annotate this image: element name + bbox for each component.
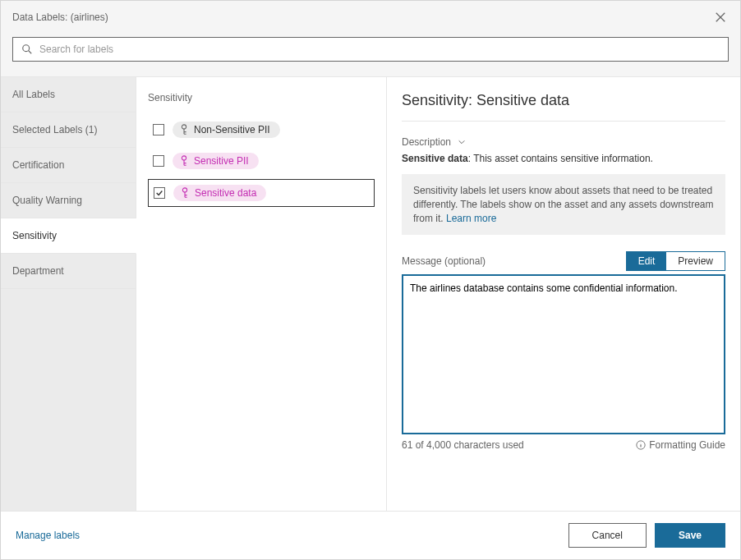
description-label: Description: [402, 136, 451, 148]
checkbox-sensitive-pii[interactable]: [153, 155, 164, 167]
sidebar-item-selected-labels[interactable]: Selected Labels (1): [1, 112, 136, 148]
description-body: : This asset contains sensitive informat…: [468, 153, 653, 164]
sidebar-item-department[interactable]: Department: [1, 254, 136, 289]
svg-point-2: [182, 156, 186, 160]
label-list-heading: Sensitivity: [148, 92, 375, 103]
search-input[interactable]: [39, 44, 720, 55]
dialog-footer: Manage labels Cancel Save: [1, 511, 740, 559]
label-pill-sensitive-data[interactable]: Sensitive data: [173, 185, 266, 201]
label-text: Sensitive PII: [194, 155, 249, 167]
key-icon: [179, 155, 189, 167]
titlebar: Data Labels: (airlines): [1, 1, 740, 29]
dialog-title: Data Labels: (airlines): [12, 11, 108, 23]
sidebar-item-quality-warning[interactable]: Quality Warning: [1, 183, 136, 218]
formatting-guide-link[interactable]: Formatting Guide: [636, 439, 725, 451]
message-textarea[interactable]: [402, 274, 725, 434]
detail-panel: Sensitivity: Sensitive data Description …: [387, 77, 740, 511]
info-icon: [636, 440, 646, 450]
edit-preview-toggle: Edit Preview: [626, 251, 725, 271]
info-box: Sensitivity labels let users know about …: [402, 174, 725, 235]
svg-point-0: [23, 45, 30, 52]
label-row-sensitive-pii[interactable]: Sensitive PII: [148, 148, 375, 174]
search-icon: [21, 44, 33, 55]
cancel-button[interactable]: Cancel: [568, 523, 647, 548]
checkbox-non-sensitive-pii[interactable]: [153, 124, 164, 135]
checkbox-sensitive-data[interactable]: [154, 187, 165, 199]
description-toggle[interactable]: Description: [402, 136, 725, 148]
label-text: Non-Sensitive PII: [194, 124, 270, 135]
sidebar-item-certification[interactable]: Certification: [1, 148, 136, 183]
sidebar-item-sensitivity[interactable]: Sensitivity: [1, 218, 136, 254]
label-list-panel: Sensitivity Non-Sensitive PII Sensitive …: [136, 77, 387, 511]
chevron-down-icon: [458, 138, 466, 146]
description-name: Sensitive data: [402, 153, 468, 164]
close-icon: [715, 11, 726, 23]
message-header: Message (optional) Edit Preview: [402, 251, 725, 271]
search-bar[interactable]: [12, 37, 729, 62]
sidebar: All Labels Selected Labels (1) Certifica…: [1, 77, 136, 511]
svg-point-1: [182, 125, 186, 129]
message-footer: 61 of 4,000 characters used Formatting G…: [402, 439, 725, 451]
check-icon: [155, 189, 163, 197]
key-icon: [179, 124, 189, 135]
key-icon: [180, 187, 190, 199]
label-row-sensitive-data[interactable]: Sensitive data: [148, 179, 375, 207]
char-count: 61 of 4,000 characters used: [402, 439, 524, 451]
sidebar-item-all-labels[interactable]: All Labels: [1, 77, 136, 112]
search-bar-container: [1, 29, 740, 77]
description-text: Sensitive data: This asset contains sens…: [402, 153, 725, 164]
label-row-non-sensitive-pii[interactable]: Non-Sensitive PII: [148, 117, 375, 143]
save-button[interactable]: Save: [655, 523, 725, 548]
svg-point-3: [182, 188, 186, 192]
tab-edit[interactable]: Edit: [627, 252, 667, 270]
main-content: All Labels Selected Labels (1) Certifica…: [1, 77, 740, 511]
footer-buttons: Cancel Save: [568, 523, 725, 548]
label-pill-sensitive-pii[interactable]: Sensitive PII: [173, 153, 259, 169]
message-label: Message (optional): [402, 255, 486, 267]
label-text: Sensitive data: [195, 187, 256, 199]
tab-preview[interactable]: Preview: [666, 252, 725, 270]
learn-more-link[interactable]: Learn more: [446, 213, 496, 224]
label-pill-non-sensitive-pii[interactable]: Non-Sensitive PII: [173, 122, 280, 138]
manage-labels-link[interactable]: Manage labels: [16, 530, 80, 541]
close-button[interactable]: [712, 9, 729, 25]
detail-title: Sensitivity: Sensitive data: [402, 92, 725, 122]
formatting-guide-label: Formatting Guide: [649, 439, 725, 451]
